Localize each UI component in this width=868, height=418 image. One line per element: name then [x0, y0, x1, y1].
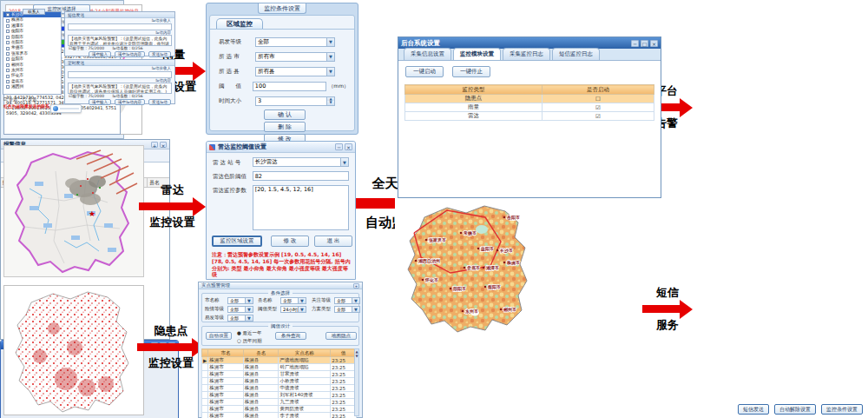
- checkbox-icon[interactable]: ☑: [542, 103, 654, 112]
- level-select[interactable]: 全部▼: [255, 37, 335, 47]
- col-value[interactable]: 值: [331, 349, 357, 357]
- pin-icon[interactable]: +: [353, 283, 359, 289]
- recv-input[interactable]: [68, 71, 172, 78]
- minimize-icon[interactable]: ─: [631, 40, 639, 47]
- table-row[interactable]: 株洲市株洲县中塘滑坡23:25: [202, 385, 357, 392]
- checkbox-icon[interactable]: ☑: [542, 112, 654, 121]
- col-county[interactable]: 县名: [243, 349, 279, 357]
- attention-filter-select[interactable]: 全部▼: [334, 297, 360, 304]
- plan-type-select[interactable]: 全部▼: [334, 306, 360, 313]
- threshold-type-select[interactable]: 24小时雨量▼: [280, 306, 306, 313]
- table-row[interactable]: ▶株洲市株洲县严塘地面塌陷23:25: [202, 357, 357, 364]
- sms-send-button[interactable]: 短信发送: [738, 404, 769, 415]
- tab-sms-log[interactable]: 短信监控日志: [552, 48, 600, 60]
- clear-input-button[interactable]: 清空输入: [89, 51, 111, 57]
- close-icon[interactable]: ×: [160, 142, 167, 148]
- county-select[interactable]: 所有县▼: [255, 67, 335, 76]
- delete-button[interactable]: 删 除: [264, 122, 306, 132]
- map-city-label: 岳阳市: [506, 215, 520, 221]
- module-row[interactable]: 雷达☑: [405, 112, 654, 121]
- chevron-down-icon[interactable]: ▼: [326, 38, 334, 46]
- condition-query-button[interactable]: 条件查询: [275, 332, 306, 340]
- messenger-popup[interactable]: [50, 104, 82, 113]
- dialogB-titlebar[interactable]: 雷达监控阈值设置 ─×: [207, 142, 355, 153]
- city-filter-select[interactable]: 全部▼: [227, 297, 253, 304]
- stop-all-button[interactable]: 一键停止: [452, 66, 490, 77]
- filter-label: 易发等级: [205, 315, 227, 321]
- maximize-icon[interactable]: □: [641, 40, 648, 47]
- col-city[interactable]: 市名: [208, 349, 244, 357]
- auto-release-settings-button[interactable]: 自动解除设置: [774, 404, 816, 415]
- minimize-icon[interactable]: ─: [335, 143, 343, 150]
- timesize-spinner[interactable]: 3 ▲▼: [255, 96, 335, 106]
- col-site[interactable]: 灾点名称: [279, 349, 331, 357]
- tree-item[interactable]: 湘西州: [3, 84, 61, 90]
- tab-monitor-modules[interactable]: 监控模块设置: [453, 48, 501, 60]
- radar-map-svg: ★: [3, 145, 144, 277]
- col-autostart[interactable]: 是否启动: [542, 85, 654, 95]
- check-select-all[interactable]: ☑ 全选: [3, 96, 17, 102]
- dialog-caption-tab[interactable]: 监控条件设置: [258, 3, 306, 14]
- send-sms-button[interactable]: 发送短信: [148, 51, 171, 57]
- filter-value: 全部: [335, 298, 352, 303]
- chevron-down-icon[interactable]: ▼: [245, 315, 253, 321]
- radio-recent-year[interactable]: ● 最近一年: [237, 330, 262, 336]
- spinner-arrows-icon[interactable]: ▲▼: [326, 97, 334, 105]
- table-row[interactable]: 株洲市株洲县甘家滑坡23:25: [202, 371, 357, 378]
- col-monitor-type[interactable]: 监控类型: [405, 85, 542, 95]
- modify-button[interactable]: 修 改: [271, 236, 309, 247]
- tab-collect-settings[interactable]: 采集信息设置: [404, 48, 451, 60]
- filter-value: 全部: [228, 307, 245, 312]
- chevron-down-icon[interactable]: ▼: [326, 68, 334, 76]
- tab-region-monitor[interactable]: 区域监控: [216, 18, 263, 29]
- chevron-down-icon[interactable]: ▼: [340, 158, 348, 166]
- close-icon[interactable]: ×: [345, 143, 352, 150]
- city-select[interactable]: 所有市▼: [255, 52, 335, 62]
- chevron-down-icon[interactable]: ▼: [298, 298, 306, 303]
- table-row[interactable]: 株洲市株洲县刘军村140滑坡23:25: [202, 392, 357, 399]
- start-all-button[interactable]: 一键启动: [405, 66, 444, 77]
- clear-input-button[interactable]: 清空输入: [89, 99, 111, 105]
- county-filter-select[interactable]: 全部▼: [280, 297, 306, 304]
- close-icon[interactable]: ×: [650, 40, 658, 47]
- radar-colorstep-input[interactable]: 82: [253, 171, 349, 181]
- module-row[interactable]: 雨量☑: [405, 103, 654, 112]
- module-row[interactable]: 隐患点☐: [405, 95, 654, 103]
- send-sms-button[interactable]: 发送短信: [148, 99, 171, 105]
- panelC-titlebar[interactable]: 灾点预警管理 +: [199, 282, 362, 289]
- radar-params-textarea[interactable]: [20, 1.5, 4.5, 12, 16]: [253, 185, 349, 230]
- chevron-down-icon[interactable]: ▼: [352, 298, 359, 303]
- clear-content-button[interactable]: 清空短信内容: [115, 99, 145, 105]
- content-textarea[interactable]: 【地质灾害气象风险预警】：(这是测试短信，此条内容用于平台调试，相关单位请注意防…: [68, 35, 172, 46]
- content-textarea[interactable]: 【地质灾害气象风险预警】：(这是测试短信，此条内容仅供调试，请各单位值班人员做好…: [68, 83, 172, 94]
- chevron-down-icon[interactable]: ▼: [245, 298, 253, 303]
- table-row[interactable]: 株洲市株洲县小桥滑坡23:25: [202, 378, 357, 385]
- map-point-button[interactable]: 地图隐点: [326, 332, 357, 340]
- tab-collect-log[interactable]: 采集监控日志: [503, 48, 550, 60]
- monitor-region-button[interactable]: 监控区域设置: [212, 236, 262, 247]
- radio-history-period[interactable]: ○ 历年同期: [237, 338, 262, 344]
- threshold-input[interactable]: 100: [253, 82, 326, 91]
- pin-icon[interactable]: +: [151, 142, 158, 148]
- filter-value: 全部: [335, 307, 352, 312]
- radar-station-select[interactable]: 长沙雷达▼: [253, 157, 349, 167]
- recv-input[interactable]: [68, 23, 172, 30]
- exit-button[interactable]: 退 出: [314, 236, 352, 247]
- chevron-down-icon[interactable]: ▼: [298, 307, 306, 312]
- confirm-button[interactable]: 确 认: [264, 109, 306, 120]
- clear-content-button[interactable]: 清空短信内容: [115, 51, 145, 57]
- threshold-value: 100: [255, 83, 266, 90]
- checkbox-icon[interactable]: ☐: [542, 95, 654, 103]
- chevron-down-icon[interactable]: ▼: [245, 307, 253, 312]
- risk-filter-select[interactable]: 全部▼: [227, 306, 253, 313]
- check-invert[interactable]: ☐ 反选: [23, 96, 36, 102]
- monitor-condition-settings-button[interactable]: 监控条件设置: [821, 404, 863, 415]
- radar-map-image: ★: [3, 145, 144, 277]
- auto-set-button[interactable]: 自动设置: [206, 332, 232, 340]
- chevron-down-icon[interactable]: ▼: [326, 53, 334, 61]
- level-filter-select[interactable]: 全部▼: [227, 315, 253, 322]
- table-row[interactable]: 株洲市株洲县砖厂地面塌陷23:25: [202, 364, 357, 371]
- chevron-down-icon[interactable]: ▼: [352, 307, 359, 312]
- flow-radar-line1: 雷达: [161, 184, 184, 197]
- filter-label: 关注等级: [312, 297, 334, 303]
